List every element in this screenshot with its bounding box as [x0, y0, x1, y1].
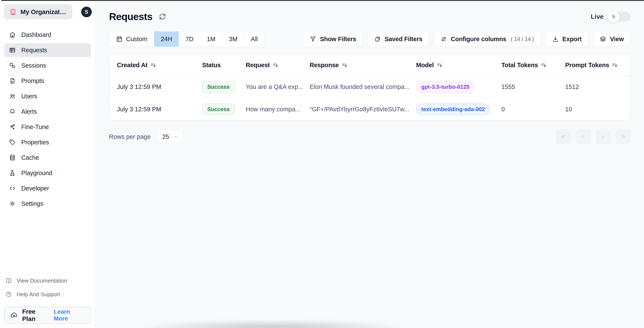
gear-icon: [9, 200, 16, 207]
view-button[interactable]: View: [593, 31, 630, 47]
sidebar-nav: Dashboard Requests Sessions Prompts: [0, 24, 95, 211]
refresh-icon: [159, 13, 166, 20]
last-page-button[interactable]: [616, 129, 630, 144]
sidebar-item-fine-tune[interactable]: Fine-Tune: [4, 120, 91, 134]
chevrons-left-icon: [560, 133, 566, 140]
previous-page-button[interactable]: [576, 129, 590, 144]
chevron-right-icon: [600, 133, 606, 140]
layers-icon: [600, 36, 606, 42]
sidebar-item-developer[interactable]: Developer: [4, 182, 91, 195]
show-filters-button[interactable]: Show Filters: [303, 31, 363, 47]
toolbar: Custom 24H 7D 1M 3M All Show: [109, 31, 630, 47]
export-button[interactable]: Export: [546, 31, 588, 47]
plan-banner[interactable]: Free Plan Learn More: [4, 307, 91, 324]
live-toggle[interactable]: [608, 12, 630, 22]
help-and-support-link[interactable]: Help And Support: [4, 287, 91, 301]
sort-icon: [150, 62, 156, 68]
time-range-all[interactable]: All: [244, 32, 264, 47]
sort-icon: [612, 62, 618, 68]
code-icon: [9, 185, 16, 192]
table-row[interactable]: July 3 12:59 PM Success How many compa..…: [109, 98, 630, 120]
cell-request: How many compa...: [246, 106, 310, 113]
cell-prompt-tokens: 10: [565, 106, 630, 113]
cell-total-tokens: 1555: [501, 83, 565, 90]
sidebar-item-playground[interactable]: Playground: [4, 166, 91, 180]
cell-model: text-embedding-ada-002: [416, 104, 501, 115]
flask-icon: [9, 170, 16, 176]
sort-icon: [272, 62, 279, 68]
time-range-24h[interactable]: 24H: [154, 32, 179, 47]
page-title: Requests: [109, 11, 152, 22]
toolbar-actions: Show Filters Saved Filters Configure col…: [303, 31, 630, 47]
sidebar-item-sessions[interactable]: Sessions: [4, 59, 91, 72]
avatar[interactable]: S: [81, 7, 92, 17]
sidebar-item-properties[interactable]: Properties: [4, 135, 91, 149]
cloud-upload-icon: [10, 311, 18, 319]
sidebar-item-settings[interactable]: Settings: [4, 197, 91, 211]
window-top-edge: [1, 0, 644, 1]
sort-icon: [342, 62, 348, 68]
column-header-status[interactable]: Status: [202, 62, 246, 69]
refresh-button[interactable]: [159, 12, 168, 21]
chevron-left-icon: [580, 133, 586, 140]
first-page-button[interactable]: [556, 129, 570, 144]
next-page-button[interactable]: [596, 129, 610, 144]
bolt-slash-icon: [611, 14, 616, 20]
chevrons-right-icon: [620, 133, 626, 140]
calendar-icon: [116, 36, 123, 42]
sidebar-item-prompts[interactable]: Prompts: [4, 74, 91, 88]
sidebar-item-dashboard[interactable]: Dashboard: [4, 28, 91, 42]
cell-response: Elon Musk founded several compa...: [310, 83, 416, 90]
sidebar-item-requests[interactable]: Requests: [4, 43, 91, 57]
users-icon: [9, 93, 16, 100]
org-name: My Organizatio...: [20, 8, 67, 16]
org-switcher-button[interactable]: My Organizatio...: [4, 5, 72, 20]
model-badge: text-embedding-ada-002: [416, 104, 490, 115]
status-badge: Success: [202, 81, 235, 93]
squares-icon: [9, 62, 16, 69]
table-icon: [9, 47, 16, 54]
plan-label: Free Plan: [22, 308, 50, 322]
saved-filters-button[interactable]: Saved Filters: [368, 31, 429, 47]
building-icon: [9, 8, 16, 16]
column-header-created-at[interactable]: Created At: [117, 62, 202, 69]
table-row[interactable]: July 3 12:59 PM Success You are a Q&A ex…: [109, 76, 630, 98]
rows-per-page-label: Rows per page: [109, 133, 150, 140]
column-header-response[interactable]: Response: [310, 62, 416, 69]
cell-status: Success: [202, 104, 246, 115]
time-range-3m[interactable]: 3M: [222, 32, 244, 47]
rows-per-page-select[interactable]: 25: [157, 130, 183, 144]
file-text-icon: [9, 77, 16, 84]
time-range-1m[interactable]: 1M: [200, 32, 222, 47]
main-content: Requests Live: [96, 0, 644, 328]
sidebar-item-cache[interactable]: Cache: [4, 151, 91, 165]
configure-columns-button[interactable]: Configure columns ( 14 / 14 ): [434, 31, 541, 47]
time-range-custom[interactable]: Custom: [109, 32, 154, 47]
column-header-prompt-tokens[interactable]: Prompt Tokens: [565, 62, 630, 69]
column-header-total-tokens[interactable]: Total Tokens: [501, 62, 565, 69]
home-icon: [9, 31, 16, 38]
cell-request: You are a Q&A exp...: [246, 83, 310, 90]
org-header: My Organizatio... S: [0, 0, 95, 24]
model-badge: gpt-3.5-turbo-0125: [416, 81, 475, 93]
chevron-down-icon: [173, 134, 178, 139]
learn-more-link[interactable]: Learn More: [54, 308, 85, 322]
sidebar-footer: View Documentation Help And Support Free…: [0, 274, 95, 328]
column-header-request[interactable]: Request: [246, 62, 310, 69]
sidebar-item-alerts[interactable]: Alerts: [4, 105, 91, 118]
cell-response: "GF+/PAvdYbyrrGo8yFz6vIeSU7w...: [310, 106, 416, 113]
cell-prompt-tokens: 1512: [565, 83, 630, 90]
sidebar-item-users[interactable]: Users: [4, 89, 91, 103]
cell-model: gpt-3.5-turbo-0125: [416, 81, 501, 93]
pagination-bar: Rows per page 25: [109, 129, 630, 144]
help-circle-icon: [6, 291, 12, 297]
view-documentation-link[interactable]: View Documentation: [4, 274, 91, 287]
column-header-model[interactable]: Model: [416, 62, 501, 69]
cell-created-at: July 3 12:59 PM: [117, 83, 202, 90]
columns-count: ( 14 / 14 ): [511, 36, 534, 42]
sort-icon: [436, 62, 443, 68]
sparkles-icon: [9, 123, 16, 130]
live-toggle-knob: [608, 11, 620, 23]
cell-total-tokens: 0: [501, 106, 565, 113]
time-range-7d[interactable]: 7D: [179, 32, 200, 47]
